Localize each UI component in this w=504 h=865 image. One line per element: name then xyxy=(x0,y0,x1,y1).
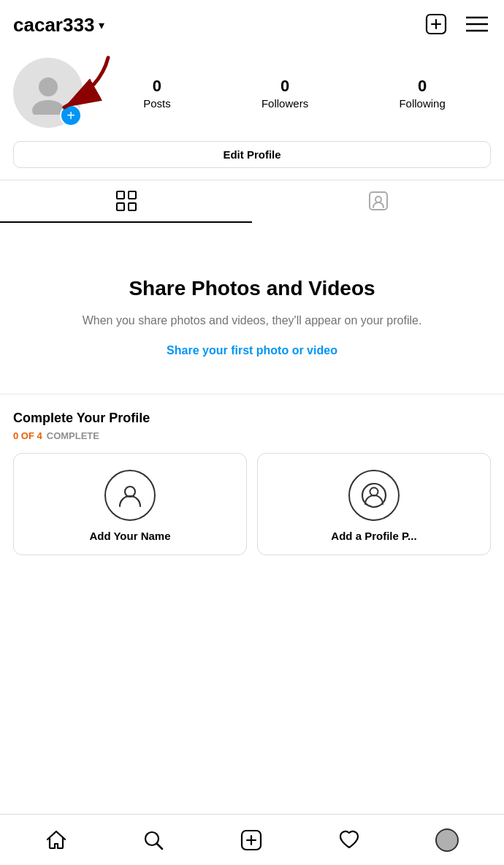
profile-top: + 0 Posts 0 Followers 0 xyxy=(13,58,491,128)
search-icon xyxy=(142,829,164,851)
svg-rect-9 xyxy=(117,191,124,199)
progress-current: 0 OF 4 xyxy=(13,430,42,441)
posts-stat[interactable]: 0 Posts xyxy=(143,77,171,110)
username-text: cacar333 xyxy=(13,14,94,37)
profile-section: + 0 Posts 0 Followers 0 xyxy=(0,50,504,233)
nav-home-button[interactable] xyxy=(39,823,73,857)
empty-title: Share Photos and Videos xyxy=(129,277,375,300)
profile-photo-icon xyxy=(361,482,387,508)
card-add-photo-label: Add a Profile P... xyxy=(331,530,416,542)
header: cacar333 ▾ xyxy=(0,0,504,50)
new-post-icon xyxy=(425,13,447,35)
progress-label: COMPLETE xyxy=(47,430,99,441)
header-icons xyxy=(422,10,491,40)
tagged-icon xyxy=(368,191,389,211)
tab-tagged[interactable] xyxy=(252,180,504,223)
hamburger-icon xyxy=(466,16,488,32)
profile-avatar-icon xyxy=(435,828,459,852)
stats-row: 0 Posts 0 Followers 0 Following xyxy=(98,77,491,110)
followers-label: Followers xyxy=(261,97,308,110)
complete-profile-section: Complete Your Profile 0 OF 4 COMPLETE Ad… xyxy=(0,395,504,555)
edit-profile-button[interactable]: Edit Profile xyxy=(13,141,491,168)
svg-point-14 xyxy=(375,197,381,202)
posts-label: Posts xyxy=(143,97,171,110)
following-label: Following xyxy=(399,97,445,110)
followers-count: 0 xyxy=(280,77,289,96)
home-icon xyxy=(45,829,67,851)
avatar-wrapper: + xyxy=(13,58,83,128)
share-cta-link[interactable]: Share your first photo or video xyxy=(167,344,337,357)
person-icon xyxy=(117,482,143,508)
svg-line-19 xyxy=(157,844,162,849)
menu-button[interactable] xyxy=(463,13,491,37)
empty-state: Share Photos and Videos When you share p… xyxy=(0,233,504,395)
nav-search-button[interactable] xyxy=(137,823,170,857)
svg-rect-13 xyxy=(370,192,387,210)
create-icon xyxy=(240,829,262,851)
nav-create-button[interactable] xyxy=(234,823,268,857)
svg-rect-11 xyxy=(117,203,124,210)
svg-rect-10 xyxy=(129,191,136,199)
empty-description: When you share photos and videos, they'l… xyxy=(83,312,422,329)
add-photo-icon-circle xyxy=(348,470,400,521)
svg-point-17 xyxy=(370,488,378,496)
posts-count: 0 xyxy=(153,77,161,96)
tab-bar xyxy=(0,180,504,223)
svg-point-6 xyxy=(39,77,58,96)
nav-profile-button[interactable] xyxy=(429,823,465,858)
tab-grid[interactable] xyxy=(0,180,252,223)
nav-activity-button[interactable] xyxy=(332,823,366,857)
heart-icon xyxy=(338,829,360,851)
followers-stat[interactable]: 0 Followers xyxy=(261,77,308,110)
chevron-down-icon: ▾ xyxy=(99,18,104,32)
complete-profile-cards: Add Your Name Add a Profile P... xyxy=(13,453,491,555)
complete-profile-progress: 0 OF 4 COMPLETE xyxy=(13,430,491,441)
card-add-name-label: Add Your Name xyxy=(89,530,170,542)
new-post-button[interactable] xyxy=(422,10,450,40)
complete-profile-title: Complete Your Profile xyxy=(13,411,491,426)
add-name-icon-circle xyxy=(104,470,156,521)
bottom-spacer xyxy=(0,555,504,621)
following-count: 0 xyxy=(418,77,427,96)
bottom-nav xyxy=(0,814,504,865)
add-story-button[interactable]: + xyxy=(60,104,82,126)
following-stat[interactable]: 0 Following xyxy=(399,77,445,110)
card-add-photo[interactable]: Add a Profile P... xyxy=(257,453,491,555)
username-area[interactable]: cacar333 ▾ xyxy=(13,14,104,37)
svg-rect-12 xyxy=(129,203,136,210)
card-add-name[interactable]: Add Your Name xyxy=(13,453,247,555)
grid-icon xyxy=(116,191,137,211)
